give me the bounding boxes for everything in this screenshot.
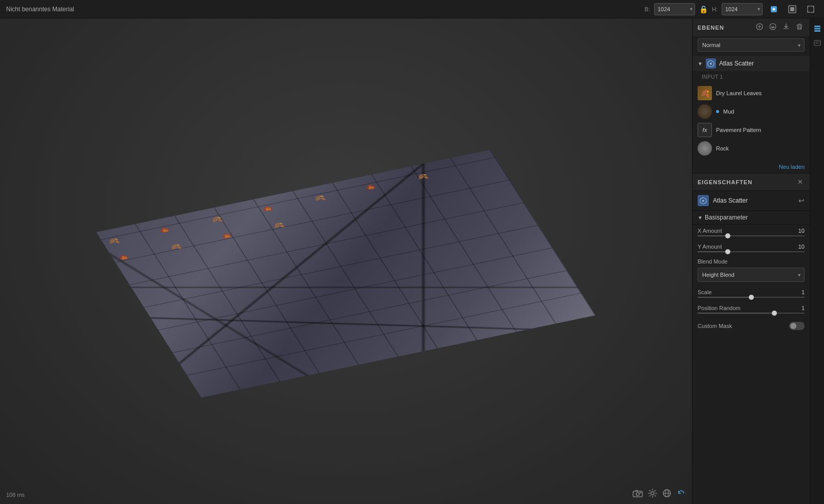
svg-rect-16 — [814, 26, 820, 27]
layers-title: EBENEN — [698, 25, 724, 31]
viewport-3d — [0, 18, 692, 504]
position-random-thumb[interactable] — [772, 311, 777, 316]
width-select[interactable]: 512 1024 2048 4096 — [654, 3, 695, 15]
prop-reset-button[interactable]: ↩ — [798, 196, 805, 205]
document-title: Nicht benanntes Material — [6, 6, 639, 13]
x-amount-thumb[interactable] — [725, 233, 730, 238]
viewport[interactable]: 108 ms — [0, 18, 692, 504]
scale-thumb[interactable] — [749, 295, 754, 300]
custom-mask-row: Custom Mask — [692, 318, 810, 334]
layer-item[interactable]: Rock — [692, 139, 810, 158]
position-random-fill — [698, 313, 774, 314]
2d-view-button[interactable] — [785, 4, 799, 15]
custom-mask-toggle[interactable] — [789, 322, 805, 330]
x-amount-fill — [698, 235, 728, 236]
refresh-icon-button[interactable] — [677, 489, 686, 500]
layers-tab-button[interactable] — [811, 23, 824, 35]
blend-mode-label-row: Blend Mode — [692, 256, 810, 266]
blend-mode-dropdown-row: Normal Multiply Height Blend Screen Over… — [692, 266, 810, 286]
expand-button[interactable] — [804, 4, 818, 15]
section-chevron-icon: ▼ — [698, 215, 703, 221]
position-random-row: Position Random 1 — [692, 302, 810, 318]
viewport-bottom-icons — [633, 489, 686, 500]
properties-header: EIGENSCHAFTEN ✕ — [692, 173, 810, 191]
camera-icon-button[interactable] — [633, 489, 643, 499]
scale-slider[interactable] — [698, 297, 805, 298]
viewport-status: 108 ms — [6, 492, 25, 498]
layers-section: EBENEN — [692, 18, 810, 173]
layer-thumbnail: fx — [698, 123, 712, 137]
top-bar-controls: B: 512 1024 2048 4096 🔒 H: 512 1024 2048… — [645, 3, 818, 15]
mask-layer-button[interactable] — [768, 23, 778, 32]
layer-name: Pavement Pattern — [716, 127, 805, 133]
properties-panel: EIGENSCHAFTEN ✕ Atlas Scatter ↩ ▼ Bas — [692, 173, 810, 504]
x-amount-value: 10 — [798, 228, 805, 234]
y-amount-row: Y Amount 10 — [692, 240, 810, 256]
properties-title: EIGENSCHAFTEN — [698, 179, 752, 185]
position-random-slider[interactable] — [698, 313, 805, 314]
y-amount-fill — [698, 251, 728, 252]
texture-plane — [96, 149, 596, 397]
atlas-layer-name: Atlas Scatter — [719, 60, 805, 67]
settings-icon-button[interactable] — [648, 489, 657, 500]
layer-name: Rock — [716, 145, 805, 151]
blend-mode-dropdown[interactable]: Normal Multiply Height Blend Screen Over… — [698, 268, 805, 282]
svg-rect-3 — [633, 491, 642, 497]
layer-thumbnail — [698, 104, 712, 119]
input-label: INPUT 1 — [692, 71, 810, 81]
y-amount-label: Y Amount — [698, 244, 722, 250]
section-title: Basisparameter — [705, 214, 748, 221]
basisparameter-section: ▼ Basisparameter X Amount 10 — [692, 211, 810, 334]
svg-rect-19 — [814, 40, 820, 46]
delete-layer-button[interactable] — [794, 23, 805, 32]
width-label: B: — [645, 6, 650, 12]
right-panel: EBENEN — [692, 18, 810, 504]
close-properties-button[interactable]: ✕ — [796, 178, 805, 186]
top-bar: Nicht benanntes Material B: 512 1024 204… — [0, 0, 824, 18]
properties-tab-button[interactable] — [811, 37, 824, 49]
height-select[interactable]: 512 1024 2048 4096 — [722, 3, 763, 15]
layer-item[interactable]: fx Pavement Pattern — [692, 121, 810, 139]
section-toggle-row[interactable]: ▼ Basisparameter — [692, 211, 810, 225]
layer-thumbnail: 🍂 — [698, 86, 712, 100]
y-amount-slider[interactable] — [698, 251, 805, 252]
prop-node-name: Atlas Scatter — [713, 197, 794, 204]
blend-mode-select[interactable]: Normal Multiply Screen Overlay Height Bl… — [698, 38, 805, 52]
add-layer-button[interactable] — [754, 23, 765, 32]
position-random-value: 1 — [801, 305, 805, 311]
export-layer-button[interactable] — [781, 23, 791, 32]
position-random-label: Position Random — [698, 305, 741, 311]
x-amount-label: X Amount — [698, 228, 722, 234]
main-content: 108 ms — [0, 18, 824, 504]
svg-point-6 — [651, 492, 654, 495]
lock-icon: 🔒 — [699, 5, 708, 13]
layer-name: Dry Laurel Leaves — [716, 90, 805, 96]
atlas-layer-icon — [706, 58, 716, 69]
svg-rect-2 — [790, 7, 794, 11]
layer-item[interactable]: 🍂 Dry Laurel Leaves — [692, 84, 810, 102]
scale-row: Scale 1 — [692, 286, 810, 302]
layer-name: Mud — [723, 108, 805, 115]
layer-thumbnail — [698, 141, 712, 156]
blend-mode-row: Normal Multiply Screen Overlay Height Bl… — [692, 36, 810, 56]
x-amount-slider[interactable] — [698, 235, 805, 236]
scale-label: Scale — [698, 289, 712, 295]
svg-point-15 — [702, 200, 704, 202]
globe-icon-button[interactable] — [662, 489, 671, 500]
width-select-wrapper: 512 1024 2048 4096 — [654, 3, 695, 15]
texture-plane-inner — [96, 149, 596, 397]
atlas-scatter-layer-row[interactable]: ▼ Atlas Scatter — [692, 56, 810, 71]
y-amount-thumb[interactable] — [725, 249, 730, 254]
height-select-wrapper: 512 1024 2048 4096 — [722, 3, 763, 15]
layer-list: 🍂 Dry Laurel Leaves Mud fx Pavement — [692, 81, 810, 161]
scale-value: 1 — [801, 289, 805, 295]
y-amount-value: 10 — [798, 244, 805, 250]
far-right-tabs — [810, 18, 824, 504]
reload-link[interactable]: Neu laden — [692, 161, 810, 173]
3d-view-button[interactable] — [767, 4, 781, 15]
layer-item[interactable]: Mud — [692, 102, 810, 121]
layers-header-icons — [754, 23, 805, 32]
toggle-knob — [790, 323, 796, 329]
svg-rect-17 — [814, 28, 820, 30]
layers-header: EBENEN — [692, 18, 810, 36]
